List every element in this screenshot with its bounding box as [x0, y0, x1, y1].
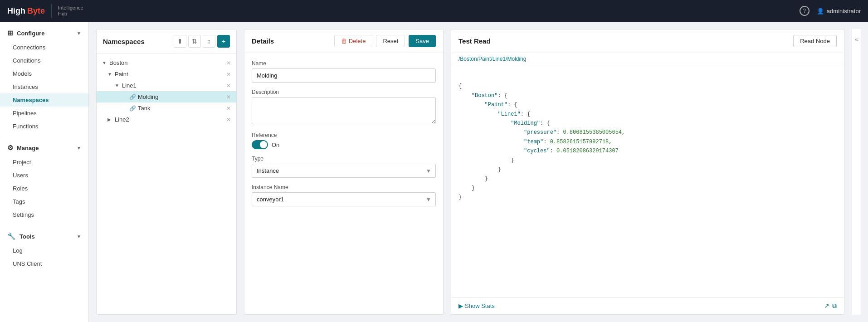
- save-button[interactable]: Save: [409, 35, 436, 47]
- sidebar-item-namespaces[interactable]: Namespaces: [0, 93, 88, 107]
- sidebar-item-instances[interactable]: Instances: [0, 80, 88, 93]
- logo: HighByte Intelligence Hub: [7, 4, 83, 18]
- logo-divider: [51, 4, 52, 18]
- reference-label: Reference: [252, 132, 436, 138]
- show-stats-button[interactable]: ▶ Show Stats: [458, 302, 820, 309]
- external-link-icon[interactable]: ↗: [824, 302, 829, 310]
- paint-expand-icon: ▼: [107, 72, 115, 77]
- type-select[interactable]: Instance Molding: [252, 164, 436, 178]
- sidebar-item-log[interactable]: Log: [0, 244, 88, 257]
- sidebar-item-uns-client[interactable]: UNS Client: [0, 257, 88, 270]
- sidebar-tools-section: 🔧 Tools ▼ Log UNS Client: [0, 225, 88, 274]
- molding-link-icon: 🔗: [129, 94, 136, 100]
- tank-link-icon: 🔗: [129, 105, 136, 112]
- sidebar-manage-header[interactable]: ⚙ Manage ▼: [0, 140, 88, 156]
- configure-chevron: ▼: [77, 31, 81, 36]
- boston-close-icon[interactable]: ✕: [226, 60, 231, 66]
- test-read-body: { "Boston": { "Paint": { "Line1": { "Mol…: [451, 65, 844, 297]
- topnav-left: HighByte Intelligence Hub: [7, 4, 83, 18]
- sidebar-item-functions[interactable]: Functions: [0, 120, 88, 133]
- logo-sub: Intelligence Hub: [58, 5, 83, 17]
- instance-name-select-wrap: conveyor1 ▼: [252, 192, 436, 206]
- namespaces-panel: Namespaces ⬆ ⇅ ↕ + ▼ Boston ✕ ▼ P: [96, 29, 237, 315]
- description-textarea[interactable]: [252, 97, 436, 124]
- sidebar-item-tags[interactable]: Tags: [0, 195, 88, 208]
- trash-icon: 🗑: [341, 38, 347, 44]
- description-label: Description: [252, 89, 436, 95]
- tree-item-tank[interactable]: 🔗 Tank ✕: [97, 102, 236, 114]
- import-button[interactable]: ⬆: [174, 35, 186, 48]
- sidebar-item-connections[interactable]: Connections: [0, 41, 88, 54]
- reference-toggle[interactable]: [252, 140, 268, 149]
- user-menu[interactable]: 👤 administrator: [817, 8, 861, 15]
- tank-close-icon[interactable]: ✕: [226, 105, 231, 112]
- test-read-header: Test Read Read Node: [451, 29, 844, 53]
- sidebar: ⊞ Configure ▼ Connections Conditions Mod…: [0, 22, 89, 322]
- collapse-all-button[interactable]: ⇅: [188, 35, 201, 48]
- reference-toggle-row: On: [252, 140, 436, 149]
- boston-label: Boston: [109, 59, 226, 66]
- sidebar-configure-header[interactable]: ⊞ Configure ▼: [0, 25, 88, 41]
- collapse-chevron-icon: «: [855, 36, 858, 43]
- namespaces-header: Namespaces ⬆ ⇅ ↕ +: [97, 29, 236, 54]
- details-panel: Details 🗑 Delete Reset Save Name Descrip…: [244, 29, 444, 315]
- name-field-group: Name: [252, 60, 436, 83]
- sidebar-configure-section: ⊞ Configure ▼ Connections Conditions Mod…: [0, 22, 88, 137]
- sidebar-tools-header[interactable]: 🔧 Tools ▼: [0, 229, 88, 244]
- main-layout: ⊞ Configure ▼ Connections Conditions Mod…: [0, 22, 868, 322]
- configure-grid-icon: ⊞: [7, 29, 13, 37]
- sidebar-item-users[interactable]: Users: [0, 169, 88, 182]
- paint-close-icon[interactable]: ✕: [226, 71, 231, 78]
- logo-high: High: [7, 6, 25, 16]
- chevron-right-icon: ▶: [458, 302, 463, 309]
- tank-label: Tank: [138, 105, 226, 112]
- delete-button[interactable]: 🗑 Delete: [334, 35, 373, 47]
- reset-button[interactable]: Reset: [376, 35, 405, 47]
- tree-item-paint[interactable]: ▼ Paint ✕: [97, 68, 236, 80]
- test-read-json: { "Boston": { "Paint": { "Line1": { "Mol…: [458, 73, 837, 202]
- instance-name-select[interactable]: conveyor1: [252, 192, 436, 206]
- user-icon: 👤: [817, 8, 824, 15]
- sidebar-item-settings[interactable]: Settings: [0, 208, 88, 221]
- sidebar-item-project[interactable]: Project: [0, 156, 88, 169]
- tree-item-molding[interactable]: 🔗 Molding ✕: [97, 91, 236, 102]
- details-body: Name Description Reference On Type: [244, 53, 443, 314]
- test-read-panel: Test Read Read Node /Boston/Paint/Line1/…: [451, 29, 844, 315]
- line1-label: Line1: [122, 82, 226, 89]
- test-read-path: /Boston/Paint/Line1/Molding: [451, 53, 844, 65]
- line2-close-icon[interactable]: ✕: [226, 117, 231, 123]
- boston-expand-icon: ▼: [102, 60, 109, 65]
- tree-item-boston[interactable]: ▼ Boston ✕: [97, 57, 236, 68]
- right-panel-collapse-button[interactable]: «: [852, 29, 861, 315]
- sidebar-item-conditions[interactable]: Conditions: [0, 54, 88, 67]
- name-input[interactable]: [252, 68, 436, 83]
- details-title: Details: [252, 37, 331, 45]
- description-field-group: Description: [252, 89, 436, 126]
- line1-close-icon[interactable]: ✕: [226, 83, 231, 89]
- read-node-button[interactable]: Read Node: [793, 35, 837, 47]
- tree-item-line1[interactable]: ▼ Line1 ✕: [97, 80, 236, 91]
- username-label: administrator: [827, 8, 861, 15]
- tree-item-line2[interactable]: ▶ Line2 ✕: [97, 114, 236, 125]
- paint-label: Paint: [115, 71, 226, 78]
- sidebar-item-pipelines[interactable]: Pipelines: [0, 107, 88, 120]
- namespaces-title: Namespaces: [103, 38, 170, 45]
- reference-field-group: Reference On: [252, 132, 436, 149]
- sidebar-item-models[interactable]: Models: [0, 67, 88, 80]
- sidebar-item-roles[interactable]: Roles: [0, 182, 88, 195]
- type-field-group: Type Instance Molding ▼: [252, 156, 436, 178]
- line2-expand-icon: ▶: [107, 117, 115, 122]
- add-namespace-button[interactable]: +: [217, 35, 230, 48]
- molding-close-icon[interactable]: ✕: [226, 94, 231, 100]
- copy-icon[interactable]: ⧉: [832, 302, 837, 310]
- expand-all-button[interactable]: ↕: [203, 35, 215, 48]
- configure-label: Configure: [17, 30, 44, 37]
- toggle-on-label: On: [272, 141, 279, 148]
- help-icon[interactable]: ?: [800, 6, 809, 16]
- logo-byte: Byte: [27, 6, 45, 16]
- topnav: HighByte Intelligence Hub ? 👤 administra…: [0, 0, 868, 22]
- line1-expand-icon: ▼: [115, 83, 122, 88]
- topnav-right: ? 👤 administrator: [800, 6, 861, 16]
- molding-label: Molding: [138, 93, 226, 100]
- type-label: Type: [252, 156, 436, 162]
